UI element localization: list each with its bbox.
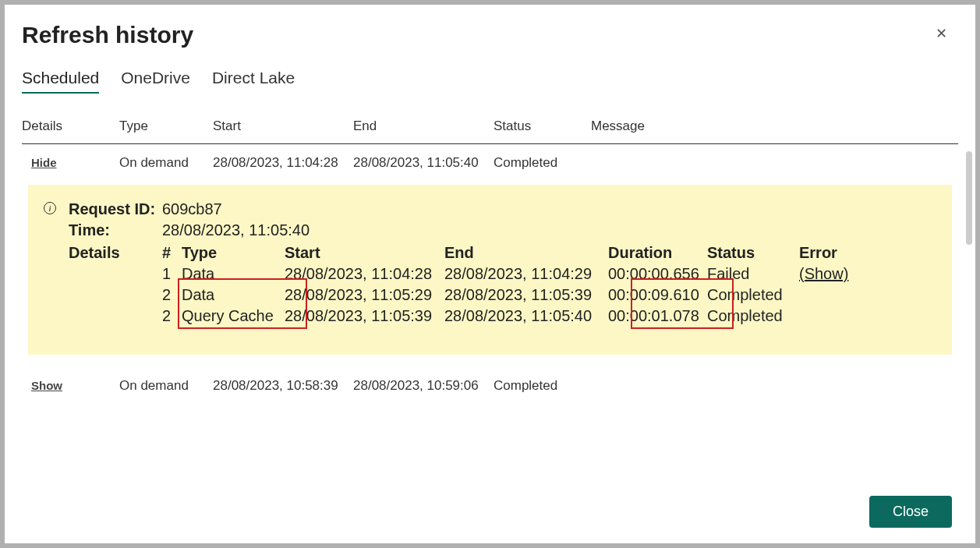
dialog-title: Refresh history [22, 22, 193, 48]
dt-start: 28/08/2023, 11:05:39 [285, 307, 444, 325]
close-button[interactable]: Close [869, 496, 952, 528]
details-label: Details [69, 244, 162, 262]
details-table: Details # Type Start End Duration Status… [47, 242, 933, 327]
hide-link[interactable]: Hide [31, 156, 57, 169]
row-start: 28/08/2023, 11:04:28 [213, 155, 353, 171]
dt-col-start: Start [285, 244, 444, 262]
dt-end: 28/08/2023, 11:05:40 [444, 307, 608, 325]
row-status: Completed [494, 378, 591, 394]
dt-end: 28/08/2023, 11:04:29 [444, 265, 608, 283]
dt-end: 28/08/2023, 11:05:39 [444, 286, 608, 304]
dt-duration: 00:00:01.078 [608, 307, 707, 325]
dt-col-status: Status [707, 244, 799, 262]
dt-num: 2 [162, 286, 182, 304]
dt-error [799, 286, 861, 304]
dialog-footer: Close [5, 496, 975, 543]
dt-col-end: End [444, 244, 608, 262]
dt-status: Completed [707, 307, 799, 325]
scrollbar[interactable] [966, 151, 972, 245]
table-row: Show On demand 28/08/2023, 10:58:39 28/0… [22, 367, 958, 405]
col-start: Start [213, 118, 353, 134]
row-type: On demand [119, 378, 213, 394]
time-label: Time: [69, 221, 162, 239]
time-value: 28/08/2023, 11:05:40 [162, 221, 310, 239]
dt-num: 1 [162, 265, 182, 283]
dt-start: 28/08/2023, 11:05:29 [285, 286, 444, 304]
request-id-value: 609cb87 [162, 200, 222, 218]
row-type: On demand [119, 155, 213, 171]
error-show-link[interactable]: (Show) [799, 265, 861, 283]
content-area: Details Type Start End Status Message Hi… [5, 94, 975, 496]
dt-type: Data [182, 286, 285, 304]
tab-onedrive[interactable]: OneDrive [121, 69, 190, 94]
col-message: Message [591, 118, 958, 134]
details-row: 2 Data 28/08/2023, 11:05:29 28/08/2023, … [69, 285, 933, 306]
dt-start: 28/08/2023, 11:04:28 [285, 265, 444, 283]
info-icon: i [44, 202, 56, 214]
details-row: 1 Data 28/08/2023, 11:04:28 28/08/2023, … [69, 263, 933, 285]
refresh-history-dialog: Refresh history ✕ Scheduled OneDrive Dir… [5, 5, 975, 543]
col-end: End [353, 118, 494, 134]
dt-duration: 00:00:09.610 [608, 286, 707, 304]
table-header-row: Details Type Start End Status Message [22, 118, 958, 144]
dt-type: Query Cache [182, 307, 285, 325]
history-table: Details Type Start End Status Message Hi… [22, 118, 958, 405]
show-link[interactable]: Show [31, 379, 62, 392]
dialog-header: Refresh history ✕ [5, 5, 975, 48]
request-id-label: Request ID: [69, 200, 162, 218]
tab-scheduled[interactable]: Scheduled [22, 69, 99, 94]
dt-status: Completed [707, 286, 799, 304]
details-meta: Request ID: 609cb87 Time: 28/08/2023, 11… [47, 200, 933, 239]
close-icon[interactable]: ✕ [929, 22, 953, 45]
tabs: Scheduled OneDrive Direct Lake [5, 48, 975, 94]
row-end: 28/08/2023, 11:05:40 [353, 155, 494, 171]
dt-error [799, 307, 861, 325]
row-status: Completed [494, 155, 591, 171]
row-start: 28/08/2023, 10:58:39 [213, 378, 353, 394]
col-status: Status [494, 118, 591, 134]
dt-status: Failed [707, 265, 799, 283]
table-row: Hide On demand 28/08/2023, 11:04:28 28/0… [22, 144, 958, 182]
details-table-header: Details # Type Start End Duration Status… [69, 242, 933, 263]
col-details: Details [22, 118, 119, 134]
tab-direct-lake[interactable]: Direct Lake [212, 69, 295, 94]
details-row: 2 Query Cache 28/08/2023, 11:05:39 28/08… [69, 306, 933, 327]
details-panel: i Request ID: 609cb87 Time: 28/08/2023, … [28, 185, 952, 355]
dt-type: Data [182, 265, 285, 283]
col-type: Type [119, 118, 213, 134]
dt-col-type: Type [182, 244, 285, 262]
dt-duration: 00:00:00.656 [608, 265, 707, 283]
dt-num: 2 [162, 307, 182, 325]
dt-col-num: # [162, 244, 182, 262]
dt-col-error: Error [799, 244, 861, 262]
dt-col-duration: Duration [608, 244, 707, 262]
row-end: 28/08/2023, 10:59:06 [353, 378, 494, 394]
